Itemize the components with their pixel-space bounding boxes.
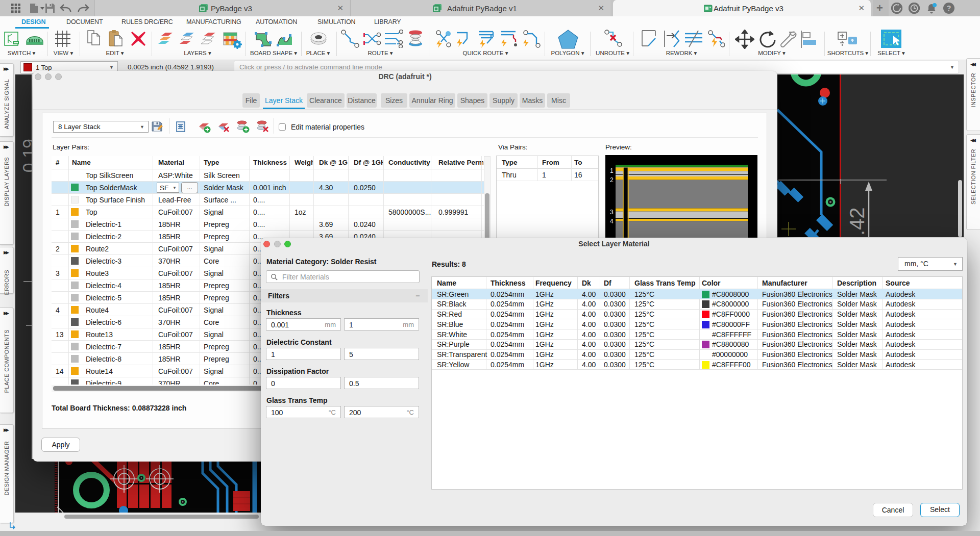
svg-text:.42: .42 — [846, 207, 868, 236]
svg-text:4: 4 — [610, 218, 614, 225]
svg-text:1: 1 — [610, 167, 614, 174]
svg-text:3: 3 — [610, 209, 614, 216]
svg-text:2: 2 — [610, 176, 614, 184]
